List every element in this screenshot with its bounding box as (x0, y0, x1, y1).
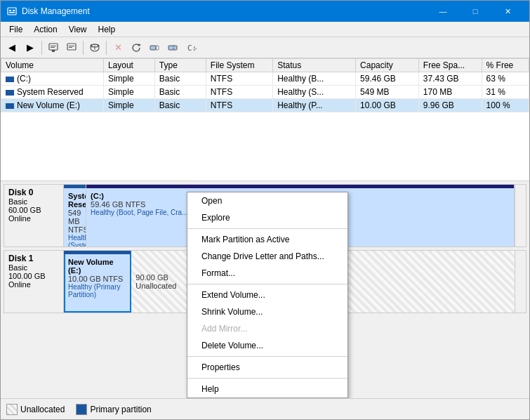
volume-table: Volume Layout Type File System Status Ca… (1, 58, 529, 112)
forward-button[interactable]: ▶ (22, 39, 39, 56)
menu-file[interactable]: File (4, 22, 28, 37)
disk-1-name: Disk 1 (8, 254, 59, 263)
menu-bar: File Action View Help (1, 22, 529, 37)
ctx-separator (187, 356, 347, 357)
ctx-separator (187, 228, 347, 229)
title-bar: Disk Management — □ ✕ (1, 1, 529, 22)
delete-button[interactable]: ✕ (110, 39, 126, 56)
svg-rect-9 (67, 44, 76, 50)
ctx-item-explore[interactable]: Explore (187, 209, 347, 226)
change-letter-button[interactable]: C: → (183, 39, 199, 56)
table-row[interactable]: New Volume (E:) Simple Basic NTFS Health… (1, 99, 529, 112)
ctx-item-format-[interactable]: Format... (187, 265, 347, 282)
legend-unallocated-box (6, 404, 18, 415)
help-button[interactable] (63, 39, 80, 56)
legend-primary: Primary partition (76, 404, 151, 415)
toolbar-sep-3 (106, 41, 107, 55)
svg-rect-4 (49, 44, 58, 50)
svg-rect-3 (9, 12, 15, 13)
cell-volume: System Reserved (1, 86, 104, 99)
shrink-button[interactable] (164, 39, 181, 56)
ctx-item-shrink-volume-[interactable]: Shrink Volume... (187, 303, 347, 320)
window-controls: — □ ✕ (427, 1, 524, 22)
col-header-status[interactable]: Status (273, 59, 356, 72)
ctx-separator (187, 284, 347, 284)
disk-1-scroll (515, 251, 526, 313)
close-button[interactable]: ✕ (491, 1, 524, 22)
col-header-free[interactable]: Free Spa... (418, 59, 482, 72)
svg-rect-2 (13, 10, 15, 11)
cell-type: Basic (154, 72, 206, 86)
cell-status: Healthy (S... (273, 86, 356, 99)
ctx-item-help[interactable]: Help (187, 381, 347, 398)
cell-free: 170 MB (418, 86, 482, 99)
toolbar-sep-1 (41, 41, 42, 55)
svg-rect-5 (51, 46, 56, 46)
disk-0-type: Basic (8, 197, 59, 206)
cell-layout: Simple (103, 99, 154, 112)
svg-rect-8 (51, 50, 55, 51)
col-header-pct[interactable]: % Free (482, 59, 529, 72)
svg-rect-7 (52, 51, 55, 52)
table-row[interactable]: (C:) Simple Basic NTFS Healthy (B... 59.… (1, 72, 529, 86)
ctx-item-mark-partition-as-active[interactable]: Mark Partition as Active (187, 231, 347, 248)
disk-0-system-reserved[interactable]: System Reserved 549 MB NTFS Healthy (Sys… (64, 185, 86, 247)
cell-layout: Simple (103, 72, 154, 86)
window-title: Disk Management (22, 6, 427, 16)
svg-rect-18 (168, 46, 177, 50)
ctx-item-delete-volume-[interactable]: Delete Volume... (187, 337, 347, 354)
extend-button[interactable] (146, 39, 163, 56)
context-menu: OpenExploreMark Partition as ActiveChang… (187, 192, 348, 398)
unallocated-label: Unallocated (135, 282, 176, 290)
ctx-separator (187, 378, 347, 379)
cell-capacity: 10.00 GB (356, 99, 419, 112)
col-header-filesystem[interactable]: File System (206, 59, 272, 72)
cell-pct: 63 % (482, 72, 529, 86)
col-header-layout[interactable]: Layout (103, 59, 154, 72)
cell-fs: NTFS (206, 86, 272, 99)
disk-1-type: Basic (8, 263, 59, 272)
ctx-item-extend-volume-[interactable]: Extend Volume... (187, 287, 347, 303)
svg-rect-16 (150, 46, 156, 50)
cell-free: 9.96 GB (418, 99, 482, 112)
minimize-button[interactable]: — (427, 1, 459, 22)
disk-1-status: Online (8, 280, 59, 289)
ctx-item-properties[interactable]: Properties (187, 359, 347, 376)
cell-volume: (C:) (1, 72, 104, 86)
menu-help[interactable]: Help (93, 22, 121, 37)
legend-primary-label: Primary partition (90, 405, 151, 414)
cell-free: 37.43 GB (418, 72, 482, 86)
col-header-type[interactable]: Type (154, 59, 206, 72)
volume-table-container: Volume Layout Type File System Status Ca… (1, 58, 529, 181)
menu-action[interactable]: Action (28, 22, 62, 37)
cell-volume: New Volume (E:) (1, 99, 104, 112)
new-disk-button[interactable] (86, 39, 103, 56)
cell-type: Basic (154, 99, 206, 112)
status-bar: Unallocated Primary partition (1, 398, 529, 419)
ctx-item-open[interactable]: Open (187, 192, 347, 209)
cell-pct: 100 % (482, 99, 529, 112)
svg-rect-10 (69, 46, 74, 46)
table-row[interactable]: System Reserved Simple Basic NTFS Health… (1, 86, 529, 99)
refresh-button[interactable] (128, 39, 145, 56)
menu-view[interactable]: View (63, 22, 93, 37)
unallocated-size: 90.00 GB (135, 273, 168, 282)
legend-unallocated-label: Unallocated (20, 405, 65, 414)
svg-rect-6 (51, 47, 55, 48)
disk-0-label: Disk 0 Basic 60.00 GB Online (4, 185, 64, 247)
col-header-capacity[interactable]: Capacity (356, 59, 419, 72)
disk-1-new-volume[interactable]: New Volume (E:) 10.00 GB NTFS Healthy (P… (64, 251, 131, 313)
maximize-button[interactable]: □ (459, 1, 491, 22)
col-header-volume[interactable]: Volume (1, 59, 104, 72)
disk-0-status: Online (8, 214, 59, 223)
back-button[interactable]: ◀ (4, 39, 20, 56)
ctx-item-change-drive-letter-and-paths-[interactable]: Change Drive Letter and Paths... (187, 248, 347, 265)
main-window: Disk Management — □ ✕ File Action View H… (0, 0, 530, 420)
cell-type: Basic (154, 86, 206, 99)
svg-rect-11 (69, 47, 72, 48)
svg-rect-17 (156, 46, 159, 50)
properties-button[interactable] (45, 39, 62, 56)
svg-rect-1 (9, 10, 11, 11)
toolbar: ◀ ▶ ✕ (1, 37, 529, 58)
toolbar-sep-2 (83, 41, 84, 55)
